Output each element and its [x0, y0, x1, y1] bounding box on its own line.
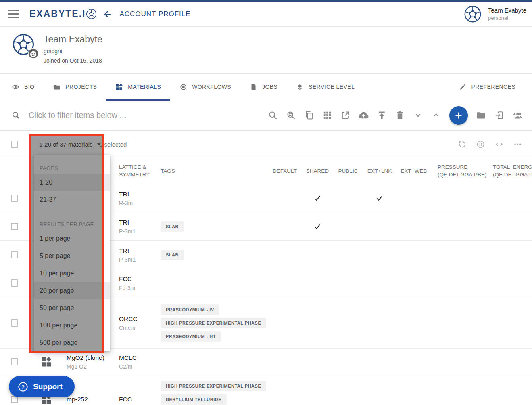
- column-header-shared: SHARED: [303, 167, 332, 174]
- menu-item-10-per-page[interactable]: 10 per page: [34, 264, 110, 282]
- more-horiz-button[interactable]: [513, 140, 522, 149]
- tag-chip: PRASEODYMIUM - IV: [161, 304, 219, 315]
- help-icon: [18, 382, 28, 392]
- materials-icon: [40, 356, 52, 368]
- pause-circle-button[interactable]: [476, 140, 485, 149]
- account-avatar: [464, 5, 482, 23]
- search-refresh-button[interactable]: [286, 110, 296, 120]
- pagination-dropdown-trigger[interactable]: 1-20 of 37 materials: [39, 131, 101, 157]
- cloud-upload-button[interactable]: [359, 110, 369, 120]
- tag-chip: PRASEODYMIUM - HT: [161, 331, 221, 342]
- lattice-type: TRI: [119, 247, 136, 254]
- profile-name: Team Exabyte: [44, 34, 102, 45]
- menu-item-50-per-page[interactable]: 50 per page: [34, 299, 110, 317]
- chevron-down-button[interactable]: [413, 110, 423, 120]
- grid-button[interactable]: [322, 110, 332, 120]
- folder-button[interactable]: [476, 110, 486, 120]
- search-button[interactable]: [268, 110, 278, 120]
- menu-item-500-per-page[interactable]: 500 per page: [34, 334, 110, 351]
- grid-icon: [322, 110, 332, 120]
- copy-button[interactable]: [304, 110, 314, 120]
- row-checkbox[interactable]: [11, 319, 18, 327]
- table-row[interactable]: MgO2 (clone)Mg1 O2MCLCC2/m: [0, 349, 532, 375]
- copy-icon: [304, 110, 314, 120]
- code-button[interactable]: [494, 140, 504, 149]
- row-checkbox[interactable]: [11, 358, 18, 365]
- lattice-type: TRI: [119, 190, 133, 197]
- toolbar-actions: [268, 106, 525, 125]
- add-button[interactable]: [449, 106, 468, 125]
- column-header-ext-web: EXT+WEB: [398, 167, 429, 174]
- row-checkbox[interactable]: [11, 195, 18, 202]
- tag-chip: HIGH PRESSURE EXPERIMENTAL PHASE: [161, 318, 266, 328]
- eye-icon: [12, 83, 19, 91]
- material-name-cell[interactable]: MgO2 (clone)Mg1 O2: [67, 354, 104, 370]
- lattice-type: ORCC: [119, 315, 138, 322]
- row-checkbox[interactable]: [11, 251, 18, 258]
- symmetry-group: Fd-3m: [119, 284, 135, 291]
- row-checkbox[interactable]: [11, 279, 18, 287]
- lattice-cell: ORCCCmcm: [119, 315, 138, 331]
- exit-to-app-button[interactable]: [494, 110, 504, 120]
- group-add-button[interactable]: [512, 110, 522, 120]
- column-header-ext-lnk: EXT+LNK: [364, 167, 395, 174]
- profile-username: gmogni: [44, 48, 102, 55]
- exabyte-logo[interactable]: EXABYTE.I: [29, 8, 97, 19]
- tab-service-level[interactable]: SERVICE LEVEL: [287, 74, 364, 100]
- column-header-pressure-qe-dft-gga-pbe: PRESSURE (QE:DFT:GGA:PBE): [438, 163, 499, 178]
- lattice-type: MCLC: [119, 354, 137, 361]
- profile-header: Team Exabyte gmogni Joined on Oct 15, 20…: [0, 27, 532, 74]
- menu-divider: [34, 208, 110, 217]
- lattice-type: FCC: [119, 396, 132, 403]
- filter-input[interactable]: [29, 111, 238, 120]
- add-icon: [454, 111, 463, 120]
- menu-item-1-per-page[interactable]: 1 per page: [34, 230, 110, 247]
- column-header-lattice-symmetry: LATTICE & SYMMETRY: [119, 163, 159, 178]
- back-arrow-icon[interactable]: [102, 9, 113, 19]
- material-name: MgO2 (clone): [67, 354, 104, 361]
- tab-bio[interactable]: BIO: [12, 74, 44, 100]
- layers-icon: [296, 83, 304, 91]
- menu-item-20-per-page[interactable]: 20 per page: [34, 282, 110, 299]
- cloud-upload-icon: [359, 110, 369, 120]
- column-header-public: PUBLIC: [334, 167, 363, 174]
- table-row[interactable]: mp-252FCCHIGH PRESSURE EXPERIMENTAL PHAS…: [0, 375, 532, 405]
- exit-to-app-icon: [494, 110, 504, 120]
- delete-icon: [395, 110, 405, 120]
- row-checkbox[interactable]: [11, 223, 18, 230]
- menu-item-5-per-page[interactable]: 5 per page: [34, 247, 110, 264]
- lattice-cell: FCC: [119, 396, 132, 403]
- materials-icon: [115, 83, 123, 91]
- menu-item-1-20[interactable]: 1-20: [34, 174, 110, 191]
- chevron-down-icon: [413, 110, 423, 120]
- upload-button[interactable]: [377, 110, 387, 120]
- material-name-cell[interactable]: mp-252: [67, 396, 88, 403]
- select-all-checkbox[interactable]: [11, 141, 18, 148]
- tab-projects[interactable]: PROJECTS: [44, 74, 106, 100]
- tab-workflows[interactable]: WORKFLOWS: [170, 74, 240, 100]
- selected-count: 0 selected: [99, 141, 127, 148]
- filter-toolbar: [0, 100, 532, 131]
- menu-item-21-37[interactable]: 21-37: [34, 191, 110, 208]
- shared-check-icon: [313, 222, 322, 231]
- undo-button[interactable]: [457, 140, 467, 149]
- tab-jobs[interactable]: JOBS: [240, 74, 287, 100]
- menu-item-100-per-page[interactable]: 100 per page: [34, 317, 110, 334]
- tab-preferences[interactable]: PREFERENCES: [450, 74, 525, 100]
- open-in-new-button[interactable]: [340, 110, 350, 120]
- lattice-cell: TRIP-3m1: [119, 218, 136, 234]
- menu-hamburger-icon[interactable]: [8, 10, 19, 18]
- lattice-cell: FCCFd-3m: [119, 275, 135, 291]
- profile-face-badge-icon: [28, 48, 39, 59]
- tag-chip: SLAB: [161, 221, 184, 232]
- pagination-menu: PAGES1-2021-37RESULTS PER PAGE1 per page…: [34, 155, 110, 351]
- tab-materials[interactable]: MATERIALS: [106, 74, 170, 100]
- lattice-cell: TRIP-3m1: [119, 247, 136, 262]
- account-menu[interactable]: Team Exabyte personal: [464, 5, 526, 23]
- delete-button[interactable]: [395, 110, 405, 120]
- support-button[interactable]: Support: [9, 376, 75, 397]
- profile-avatar: [12, 33, 35, 56]
- logo-ball-icon: [86, 8, 97, 19]
- chevron-up-button[interactable]: [431, 110, 441, 120]
- material-name: mp-252: [67, 396, 88, 403]
